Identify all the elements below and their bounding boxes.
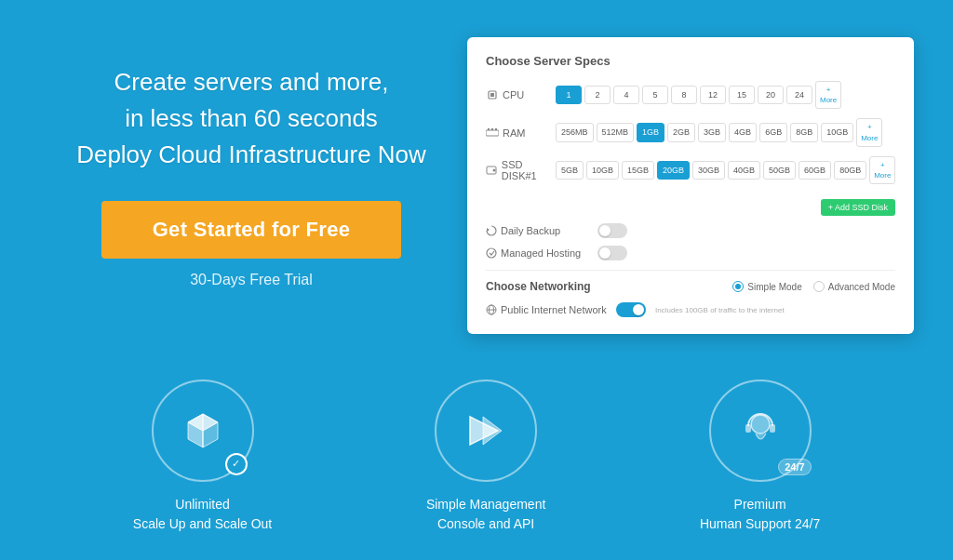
ram-btn-1gb[interactable]: 1GB	[637, 123, 664, 142]
add-ssd-disk-button[interactable]: + Add SSD Disk	[821, 199, 895, 216]
ram-more-btn[interactable]: +More	[856, 118, 882, 146]
ssd-btn-20gb[interactable]: 20GB	[657, 161, 690, 180]
top-section: Create servers and more, in less than 60…	[0, 0, 953, 353]
network-label: Public Internet Network	[486, 304, 607, 315]
ssd-btn-10gb[interactable]: 10GB	[586, 161, 619, 180]
simple-mode-option[interactable]: Simple Mode	[732, 281, 801, 292]
specs-card-title: Choose Server Specs	[486, 54, 895, 68]
support-icon	[735, 406, 785, 456]
badge-247: 24/7	[778, 459, 811, 475]
feature-scale-circle: ✓	[152, 380, 254, 482]
managed-hosting-label: Managed Hosting	[486, 247, 588, 259]
cpu-btn-24[interactable]: 24	[786, 86, 812, 105]
cpu-btn-group: 1 2 4 5 8 12 15 20 24 +More	[556, 81, 841, 109]
ssd-btn-group: 5GB 10GB 15GB 20GB 30GB 40GB 50GB 60GB 8…	[556, 156, 895, 184]
managed-hosting-toggle[interactable]	[597, 246, 627, 260]
svg-point-21	[751, 415, 770, 433]
advanced-mode-radio[interactable]	[813, 281, 825, 292]
daily-backup-toggle[interactable]	[597, 223, 627, 238]
ram-btn-group: 256MB 512MB 1GB 2GB 3GB 4GB 6GB 8GB 10GB…	[556, 118, 882, 146]
backup-icon	[486, 225, 497, 236]
networking-title: Choose Networking	[486, 280, 591, 293]
ram-icon	[486, 127, 499, 140]
ram-btn-3gb[interactable]: 3GB	[698, 123, 726, 142]
svg-marker-8	[487, 228, 490, 232]
divider	[486, 270, 895, 271]
svg-rect-5	[495, 128, 497, 130]
svg-rect-1	[490, 93, 494, 97]
ssd-row: SSD DISK#1 5GB 10GB 15GB 20GB 30GB 40GB …	[486, 156, 895, 184]
cpu-btn-12[interactable]: 12	[700, 86, 726, 105]
cta-button[interactable]: Get Started for Free	[101, 201, 402, 259]
daily-backup-row: Daily Backup	[486, 223, 895, 238]
ssd-btn-80gb[interactable]: 80GB	[834, 161, 866, 180]
ram-btn-2gb[interactable]: 2GB	[667, 123, 695, 142]
feature-support-text: Premium Human Support 24/7	[700, 495, 820, 534]
svg-point-7	[493, 168, 496, 171]
network-icon	[486, 304, 497, 315]
left-hero: Create servers and more, in less than 60…	[37, 46, 465, 307]
advanced-mode-option[interactable]: Advanced Mode	[813, 281, 895, 292]
ssd-more-btn[interactable]: +More	[869, 156, 895, 184]
svg-rect-22	[745, 424, 751, 433]
svg-marker-20	[483, 417, 502, 445]
ram-row: RAM 256MB 512MB 1GB 2GB 3GB 4GB 6GB 8GB …	[486, 118, 895, 146]
cpu-label: CPU	[486, 88, 556, 101]
cube-icon	[177, 405, 229, 457]
svg-point-9	[487, 248, 496, 258]
svg-rect-4	[491, 128, 493, 130]
hero-title: Create servers and more, in less than 60…	[76, 64, 426, 173]
svg-rect-2	[486, 130, 499, 136]
network-toggle[interactable]	[616, 302, 646, 317]
ram-btn-4gb[interactable]: 4GB	[729, 123, 757, 142]
cpu-btn-20[interactable]: 20	[758, 86, 784, 105]
ssd-btn-5gb[interactable]: 5GB	[556, 161, 584, 180]
network-sub-text: Includes 100GB of traffic to the interne…	[655, 306, 895, 314]
ssd-btn-50gb[interactable]: 50GB	[763, 161, 796, 180]
mode-options: Simple Mode Advanced Mode	[732, 281, 895, 292]
network-row: Public Internet Network Includes 100GB o…	[486, 302, 895, 317]
svg-rect-3	[488, 128, 490, 130]
managed-hosting-row: Managed Hosting	[486, 246, 895, 260]
cpu-btn-8[interactable]: 8	[671, 86, 697, 105]
ram-btn-6gb[interactable]: 6GB	[759, 123, 787, 142]
specs-card: Choose Server Specs CPU 1 2 4 5 8	[467, 37, 914, 334]
main-layout: Create servers and more, in less than 60…	[0, 0, 953, 560]
feature-scale-text: Unlimited Scale Up and Scale Out	[133, 495, 272, 534]
feature-scale: ✓ Unlimited Scale Up and Scale Out	[133, 380, 272, 534]
ssd-btn-30gb[interactable]: 30GB	[692, 161, 725, 180]
cpu-more-btn[interactable]: +More	[815, 81, 841, 109]
cpu-icon	[486, 88, 499, 101]
trial-text: 30-Days Free Trial	[190, 272, 313, 288]
bottom-section: ✓ Unlimited Scale Up and Scale Out Simpl…	[0, 353, 953, 560]
ram-btn-256mb[interactable]: 256MB	[556, 123, 594, 142]
cpu-btn-5[interactable]: 5	[642, 86, 668, 105]
daily-backup-label: Daily Backup	[486, 225, 588, 236]
right-panel: Choose Server Specs CPU 1 2 4 5 8	[465, 19, 916, 334]
ssd-btn-15gb[interactable]: 15GB	[622, 161, 654, 180]
networking-header: Choose Networking Simple Mode Advanced M…	[486, 280, 895, 293]
cpu-btn-15[interactable]: 15	[729, 86, 755, 105]
arrow-icon	[463, 407, 509, 454]
cpu-btn-2[interactable]: 2	[584, 86, 611, 105]
feature-console-circle	[435, 380, 537, 482]
hosting-icon	[486, 247, 497, 259]
feature-support: 24/7 Premium Human Support 24/7	[700, 380, 820, 534]
ssd-label: SSD DISK#1	[486, 159, 556, 181]
simple-mode-radio[interactable]	[732, 281, 744, 292]
svg-rect-23	[770, 424, 775, 433]
ssd-btn-40gb[interactable]: 40GB	[728, 161, 760, 180]
ram-btn-512mb[interactable]: 512MB	[597, 123, 635, 142]
feature-support-circle: 24/7	[709, 380, 812, 482]
ram-label: RAM	[486, 127, 556, 140]
cpu-row: CPU 1 2 4 5 8 12 15 20 24 +More	[486, 81, 895, 109]
ram-btn-8gb[interactable]: 8GB	[790, 123, 818, 142]
cpu-btn-1[interactable]: 1	[556, 86, 582, 105]
feature-console-text: Simple Management Console and API	[426, 495, 545, 534]
feature-console: Simple Management Console and API	[426, 380, 545, 534]
check-badge: ✓	[225, 453, 248, 475]
ssd-btn-60gb[interactable]: 60GB	[799, 161, 831, 180]
cpu-btn-4[interactable]: 4	[613, 86, 639, 105]
ssd-icon	[486, 164, 498, 177]
ram-btn-10gb[interactable]: 10GB	[821, 123, 853, 142]
